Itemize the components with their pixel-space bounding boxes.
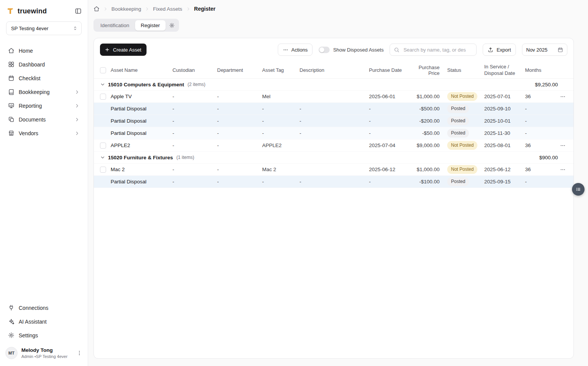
sidebar-item-ai-assistant[interactable]: AI Assistant	[5, 315, 83, 328]
period-selector[interactable]: Nov 2025	[522, 44, 567, 56]
column-header-purchase-date: Purchase Date	[369, 67, 409, 73]
group-header-15020-furniture-fixtures[interactable]: 15020 Furniture & Fixtures(1 items)$900.…	[94, 152, 574, 164]
purchase-date: 2025-06-01	[369, 94, 409, 99]
group-header-15010-computers-equipment[interactable]: 15010 Computers & Equipment(2 items)$9,2…	[94, 79, 574, 91]
asset-tag: -	[262, 130, 300, 136]
plug-icon	[8, 304, 14, 311]
table-header: Asset NameCustodianDepartmentAsset TagDe…	[94, 62, 574, 79]
column-header-asset-tag: Asset Tag	[262, 67, 300, 73]
asset-name: Apple TV	[111, 94, 172, 99]
asset-tag: Mel	[262, 94, 300, 99]
avatar: MT	[5, 347, 18, 359]
sidebar-item-reporting[interactable]: Reporting	[5, 99, 83, 112]
sidebar-toggle-button[interactable]	[75, 8, 82, 15]
group-count: (2 items)	[188, 82, 206, 87]
status-badge: Posted	[447, 129, 469, 137]
sidebar-item-dashboard[interactable]: Dashboard	[5, 58, 83, 71]
user-name: Melody Tong	[21, 347, 68, 353]
asset-row: Apple TV--Mel2025-06-01$1,000.00Not Post…	[94, 91, 574, 103]
service-disposal-date: 2025-09-10	[484, 106, 525, 112]
asset-tag: -	[262, 118, 300, 124]
department: -	[217, 94, 262, 99]
sidebar-item-home[interactable]: Home	[5, 44, 83, 57]
select-all-checkbox[interactable]	[100, 67, 106, 73]
create-asset-button[interactable]: Create Asset	[100, 44, 147, 56]
status-badge: Posted	[447, 104, 469, 113]
asset-row: Mac 2--Mac 22025-06-12$1,000.00Not Poste…	[94, 164, 574, 176]
purchase-price: -$200.00	[409, 118, 440, 124]
disposal-row: Partial Disposal------$500.00Posted2025-…	[94, 103, 574, 115]
column-header-months: Months	[525, 67, 546, 73]
months: -	[525, 106, 546, 112]
status-badge: Posted	[447, 117, 469, 125]
purchase-price: -$50.00	[409, 130, 440, 136]
chevron-down-icon	[100, 155, 105, 160]
sidebar-item-label: Home	[19, 48, 33, 54]
sidebar-item-label: Vendors	[19, 130, 38, 136]
export-icon	[488, 47, 493, 53]
store-icon	[8, 130, 14, 136]
asset-tag: -	[262, 106, 300, 112]
breadcrumb-item-bookkeeping[interactable]: Bookkeeping	[111, 6, 141, 12]
chevron-right-icon	[74, 103, 80, 109]
sidebar-item-connections[interactable]: Connections	[5, 301, 83, 314]
asset-name: Mac 2	[111, 167, 172, 172]
purchase-price: -$100.00	[409, 179, 440, 185]
purchase-date: -	[369, 130, 409, 136]
column-header-in-service-disposal-date: In Service / Disposal Date	[484, 64, 525, 77]
chevron-right-icon	[74, 117, 80, 122]
dashboard-icon	[8, 61, 14, 68]
service-disposal-date: 2025-11-30	[484, 130, 525, 136]
custodian: -	[172, 106, 217, 112]
group-name: 15010 Computers & Equipment	[108, 82, 184, 87]
department: -	[217, 167, 262, 172]
months: 36	[525, 167, 546, 172]
row-checkbox[interactable]	[100, 94, 106, 100]
service-disposal-date: 2025-08-01	[484, 143, 525, 148]
checklist-icon	[8, 75, 14, 81]
register-settings-button[interactable]	[166, 20, 178, 31]
row-actions-button[interactable]	[560, 167, 566, 173]
sidebar: truewind SP Testing 4ever HomeDashboardC…	[0, 0, 88, 366]
description: -	[300, 106, 369, 112]
department: -	[217, 130, 262, 136]
sidebar-item-vendors[interactable]: Vendors	[5, 127, 83, 139]
status-badge: Posted	[447, 177, 469, 186]
description: -	[300, 118, 369, 124]
search-input[interactable]	[403, 47, 472, 53]
row-actions-button[interactable]	[560, 94, 566, 100]
row-checkbox[interactable]	[100, 143, 106, 149]
purchase-date: -	[369, 118, 409, 124]
sidebar-item-bookkeeping[interactable]: Bookkeeping	[5, 86, 83, 98]
tab-register[interactable]: Register	[135, 20, 166, 31]
side-panel-button[interactable]	[572, 183, 585, 196]
sidebar-item-checklist[interactable]: Checklist	[5, 72, 83, 84]
show-disposed-label: Show Disposed Assets	[333, 47, 383, 53]
tab-identification[interactable]: Identification	[95, 20, 135, 31]
export-button[interactable]: Export	[483, 44, 516, 56]
chevron-right-icon	[74, 131, 80, 136]
period-label: Nov 2025	[526, 47, 548, 53]
breadcrumb: BookkeepingFixed AssetsRegister	[93, 5, 588, 13]
documents-icon	[8, 116, 14, 123]
service-disposal-date: 2025-10-01	[484, 118, 525, 124]
sidebar-item-documents[interactable]: Documents	[5, 113, 83, 126]
row-actions-button[interactable]	[560, 143, 566, 149]
purchase-price: $1,000.00	[409, 167, 440, 172]
months: 36	[525, 94, 546, 99]
asset-name: APPLE2	[111, 143, 172, 148]
chevrons-up-down-icon	[72, 26, 78, 31]
user-menu-button[interactable]	[76, 350, 82, 356]
description: -	[300, 130, 369, 136]
actions-button[interactable]: Actions	[278, 44, 313, 56]
breadcrumb-item-fixed-assets[interactable]: Fixed Assets	[153, 6, 182, 12]
row-checkbox[interactable]	[100, 167, 106, 173]
panel-lines-icon	[575, 186, 581, 192]
show-disposed-toggle[interactable]	[319, 47, 330, 53]
asset-name: Partial Disposal	[111, 179, 172, 185]
sidebar-item-settings[interactable]: Settings	[5, 329, 83, 342]
workspace-selector[interactable]: SP Testing 4ever	[6, 21, 82, 35]
home-icon[interactable]	[93, 6, 100, 12]
home-icon	[8, 47, 14, 54]
main-content: BookkeepingFixed AssetsRegister Identifi…	[88, 0, 588, 359]
